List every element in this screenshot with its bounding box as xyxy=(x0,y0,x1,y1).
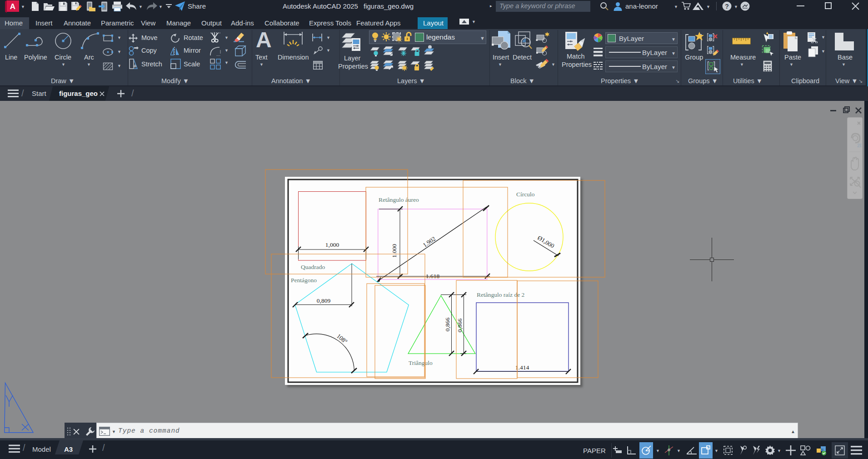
svg-text:?: ? xyxy=(725,3,729,10)
svg-text:0,866: 0,866 xyxy=(456,319,463,333)
svg-text:2D: 2D xyxy=(857,143,862,148)
svg-text:Círculo: Círculo xyxy=(516,191,535,198)
svg-text:108°: 108° xyxy=(335,333,349,345)
svg-text:Retângulo áureo: Retângulo áureo xyxy=(379,196,419,203)
svg-text:A: A xyxy=(10,2,15,11)
svg-text:Quadrado: Quadrado xyxy=(301,264,325,270)
svg-text:1.000: 1.000 xyxy=(391,244,398,258)
svg-text:0,866: 0,866 xyxy=(444,318,451,332)
svg-text:1.618: 1.618 xyxy=(426,273,440,279)
svg-text:Triângulo: Triângulo xyxy=(409,359,433,366)
svg-text:1,000: 1,000 xyxy=(325,241,339,248)
svg-text:Retângulo raíz de 2: Retângulo raíz de 2 xyxy=(477,291,524,298)
svg-text:Pentágono: Pentágono xyxy=(291,277,317,284)
svg-text:1.902: 1.902 xyxy=(422,235,437,249)
svg-text:Ø1,000: Ø1,000 xyxy=(536,234,555,249)
svg-text:0,809: 0,809 xyxy=(317,297,331,304)
